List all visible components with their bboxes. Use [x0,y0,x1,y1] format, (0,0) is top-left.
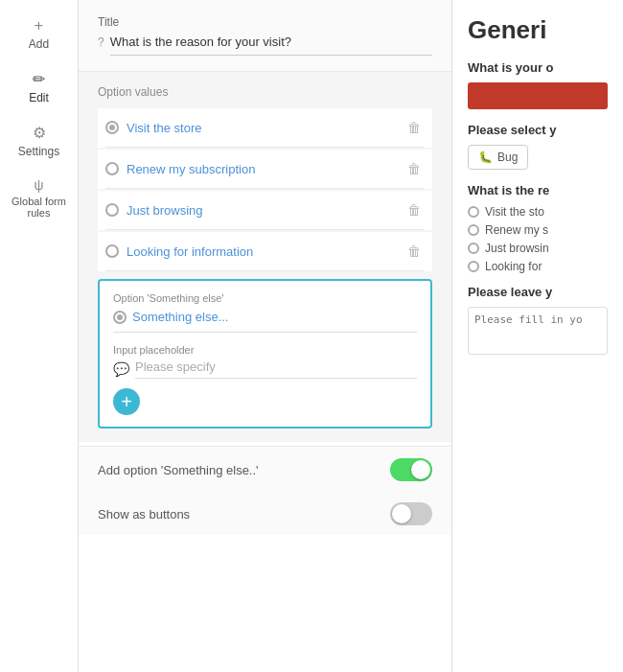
preview-title: Generi [468,15,608,45]
something-else-option-label: Option 'Something else' [113,292,417,304]
delete-option-3[interactable]: 🗑 [404,200,425,220]
preview-radio-label: What is the re [468,183,608,197]
question-underline [110,55,432,56]
form-editor: Title ? What is the reason for your visi… [79,0,452,672]
add-option-button[interactable]: + [113,388,140,415]
preview-radio-text-4: Looking for [485,260,542,273]
option-row-2: Renew my subscription 🗑 [98,150,432,189]
sidebar-item-edit[interactable]: ✏ Edit [0,62,78,112]
show-buttons-toggle[interactable] [390,502,432,525]
comment-icon: 💬 [113,361,129,377]
placeholder-input-row: 💬 Please specify [113,359,417,379]
preview-radio-item-3: Just browsin [468,242,608,255]
preview-what-is-your: What is your o [468,60,608,75]
preview-radio-text-2: Renew my s [485,223,548,237]
show-buttons-label: Show as buttons [98,507,190,521]
add-option-toggle[interactable] [390,458,432,481]
radio-icon-2 [105,162,119,175]
option-item-3: Just browsing 🗑 [105,191,425,230]
sidebar-item-global-form-rules-label: Global form rules [10,196,68,219]
option-item-2: Renew my subscription 🗑 [105,150,425,189]
preview-radio-text-3: Just browsin [485,242,549,255]
question-text: What is the reason for your visit? [110,35,432,49]
preview-please-leave: Please leave y [468,285,608,299]
preview-bug-button[interactable]: 🐛 Bug [468,145,528,170]
something-else-radio [113,311,127,324]
preview-radio-dot-2 [468,224,479,236]
option-text-2[interactable]: Renew my subscription [127,162,396,176]
delete-option-1[interactable]: 🗑 [404,118,425,137]
help-icon[interactable]: ? [98,35,104,49]
option-item-4: Looking for information 🗑 [105,232,425,271]
preview-panel: Generi What is your o Please select y 🐛 … [452,0,623,672]
preview-please-select: Please select y [468,123,608,137]
bug-button-label: Bug [497,151,518,164]
option-text-1[interactable]: Visit the store [127,121,396,135]
show-buttons-row: Show as buttons [79,493,451,535]
preview-radio-item-4: Looking for [468,260,608,273]
title-label: Title [98,15,432,29]
add-option-toggle-row: Add option 'Something else..' [79,446,451,493]
preview-textarea[interactable] [468,307,608,355]
option-text-4[interactable]: Looking for information [127,244,396,259]
preview-radio-item-2: Renew my s [468,223,608,237]
something-else-text[interactable]: Something else... [132,310,228,324]
sidebar-item-edit-label: Edit [29,91,49,104]
add-option-toggle-label: Add option 'Something else..' [98,463,259,477]
sidebar-item-global-form-rules[interactable]: ψ Global form rules [0,170,78,226]
gear-icon: ⚙ [33,124,46,142]
placeholder-text[interactable]: Please specify [135,359,417,379]
delete-option-2[interactable]: 🗑 [404,159,425,178]
preview-radio-text-1: Visit the sto [485,205,544,219]
option-row-4: Looking for information 🗑 [98,232,432,271]
option-row-1: Visit the store 🗑 [98,108,432,148]
psi-icon: ψ [35,177,44,193]
title-section: Title ? What is the reason for your visi… [79,0,451,72]
main-content: Title ? What is the reason for your visi… [79,0,623,672]
edit-icon: ✏ [33,70,45,88]
sidebar-item-settings-label: Settings [18,145,59,158]
question-row: ? What is the reason for your visit? [98,35,432,56]
something-else-input-row: Something else... [113,310,417,333]
sidebar-item-settings[interactable]: ⚙ Settings [0,116,78,166]
preview-radio-dot-1 [468,206,479,218]
options-section: Option values Visit the store 🗑 Renew my… [79,72,451,442]
option-item-1: Visit the store 🗑 [105,108,425,148]
radio-icon-3 [105,203,119,217]
something-else-box: Option 'Something else' Something else..… [98,279,432,429]
preview-radio-dot-3 [468,243,479,254]
bug-icon: 🐛 [478,151,493,164]
sidebar: + Add ✏ Edit ⚙ Settings ψ Global form ru… [0,0,79,672]
options-label: Option values [98,85,432,99]
option-text-3[interactable]: Just browsing [127,203,396,218]
preview-radio-dot-4 [468,261,479,272]
placeholder-label: Input placeholder [113,344,417,356]
radio-icon-1 [105,121,119,134]
add-icon: + [35,17,43,35]
preview-red-bar [468,82,608,109]
sidebar-item-add-label: Add [29,37,49,51]
radio-icon-4 [105,244,119,258]
preview-radio-item-1: Visit the sto [468,205,608,219]
delete-option-4[interactable]: 🗑 [404,242,425,261]
sidebar-item-add[interactable]: + Add [0,10,78,58]
option-row-3: Just browsing 🗑 [98,191,432,230]
